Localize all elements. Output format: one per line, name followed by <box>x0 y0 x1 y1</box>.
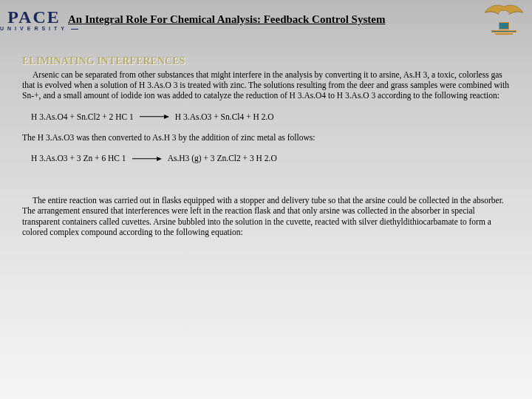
pace-logo: PACE UNIVERSITY <box>4 2 64 36</box>
reaction-arrow-icon <box>132 156 162 162</box>
logo-text: PACE <box>7 7 61 27</box>
equation-left: H 3.As.O4 + Sn.Cl2 + 2 HC 1 <box>31 112 134 122</box>
tail-paragraph: The entire reaction was carried out in f… <box>22 195 510 238</box>
eagle-crest-icon <box>480 3 528 35</box>
logo-subtext: UNIVERSITY <box>0 26 68 31</box>
intro-paragraph: Arsenic can be separated from other subs… <box>22 69 510 101</box>
section-heading: ELIMINATING INTERFERENCES <box>22 55 510 68</box>
body: ELIMINATING INTERFERENCES Arsenic can be… <box>0 38 532 237</box>
equation-right: As.H3 (g) + 3 Zn.Cl2 + 3 H 2.O <box>168 153 277 163</box>
content: ELIMINATING INTERFERENCES Arsenic can be… <box>0 40 532 237</box>
reaction-arrow-icon <box>140 114 169 120</box>
equation-left: H 3.As.O3 + 3 Zn + 6 HC 1 <box>31 153 126 163</box>
equation-right: H 3.As.O3 + Sn.Cl4 + H 2.O <box>175 112 274 122</box>
equation-1: H 3.As.O4 + Sn.Cl2 + 2 HC 1 H 3.As.O3 + … <box>31 112 510 122</box>
equation-2: H 3.As.O3 + 3 Zn + 6 HC 1 As.H3 (g) + 3 … <box>31 153 510 163</box>
eagle-icon <box>483 4 525 21</box>
bar-icon <box>495 33 513 35</box>
medallion-icon <box>499 22 509 30</box>
bar-icon <box>491 30 516 33</box>
mid-paragraph: The H 3.As.O3 was then converted to As.H… <box>22 132 510 143</box>
page-title: An Integral Role For Chemical Analysis: … <box>66 13 477 26</box>
header: PACE UNIVERSITY An Integral Role For Che… <box>0 0 532 38</box>
